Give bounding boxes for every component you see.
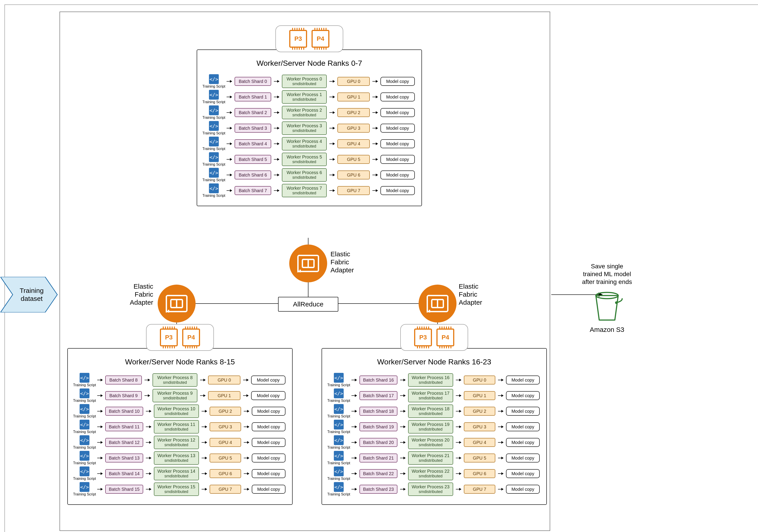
batch-shard: Batch Shard 9: [105, 391, 142, 400]
arrow-icon: [498, 473, 503, 474]
arrow-icon: [244, 489, 249, 489]
model-copy: Model copy: [251, 391, 286, 400]
arrow-icon: [146, 442, 151, 443]
worker-process: Worker Process 0smdistributed: [282, 75, 327, 88]
worker-process: Worker Process 4smdistributed: [282, 137, 327, 150]
training-script-label: Training Script: [73, 399, 96, 403]
pipeline-row: </> Training Script Batch Shard 7 Worker…: [204, 183, 415, 198]
arrow-icon: [400, 395, 405, 396]
arrow-icon: [226, 128, 232, 128]
batch-shard: Batch Shard 18: [360, 407, 397, 416]
gpu: GPU 1: [464, 391, 496, 400]
arrow-icon: [243, 380, 248, 380]
arrow-icon: [226, 190, 232, 191]
training-script-label: Training Script: [327, 383, 350, 387]
gpu: GPU 3: [210, 422, 241, 431]
gpu: GPU 2: [210, 407, 241, 416]
model-copy: Model copy: [252, 469, 286, 478]
arrow-icon: [226, 175, 232, 175]
training-script-label: Training Script: [327, 446, 350, 449]
model-copy: Model copy: [380, 171, 415, 180]
model-copy: Model copy: [380, 124, 415, 133]
training-script: </> Training Script: [329, 451, 349, 465]
training-dataset-label: Training dataset: [15, 286, 44, 303]
arrow-icon: [498, 395, 503, 396]
training-dataset-input: Training dataset: [0, 277, 58, 313]
training-script: </> Training Script: [329, 482, 349, 496]
worker-process: Worker Process 23smdistributed: [408, 482, 453, 496]
arrow-icon: [329, 190, 335, 191]
arrow-icon: [329, 128, 335, 128]
arrow-icon: [97, 427, 103, 427]
code-icon: </>: [80, 373, 89, 383]
model-copy: Model copy: [380, 108, 415, 117]
arrow-icon: [456, 473, 461, 474]
training-script: </> Training Script: [329, 466, 349, 481]
instance-type-badge: P3 P4: [275, 25, 343, 52]
training-script: </> Training Script: [204, 90, 224, 104]
worker-process: Worker Process 12smdistributed: [154, 436, 199, 449]
code-icon: </>: [209, 90, 219, 100]
model-copy: Model copy: [506, 407, 540, 416]
gpu: GPU 0: [337, 77, 370, 86]
model-copy: Model copy: [252, 438, 286, 447]
batch-shard: Batch Shard 1: [235, 92, 271, 101]
training-script-label: Training Script: [73, 492, 96, 496]
worker-process: Worker Process 17smdistributed: [408, 389, 453, 402]
arrow-icon: [145, 380, 150, 380]
training-script-label: Training Script: [73, 414, 96, 418]
pipeline-row: </> Training Script Batch Shard 15 Worke…: [75, 482, 286, 496]
arrow-icon: [372, 159, 378, 160]
gpu: GPU 5: [210, 453, 241, 462]
gpu: GPU 3: [464, 422, 496, 431]
code-icon: </>: [334, 451, 344, 461]
arrow-icon: [202, 489, 207, 489]
training-script: </> Training Script: [75, 373, 94, 387]
code-icon: </>: [80, 435, 89, 445]
training-script: </> Training Script: [204, 168, 224, 182]
node-title: Worker/Server Node Ranks 16-23: [329, 357, 540, 366]
arrow-icon: [400, 489, 405, 489]
arrow-icon: [274, 159, 279, 160]
arrow-icon: [498, 411, 503, 412]
batch-shard: Batch Shard 22: [360, 469, 397, 478]
gpu: GPU 6: [210, 469, 241, 478]
training-script: </> Training Script: [204, 121, 224, 135]
batch-shard: Batch Shard 10: [105, 407, 143, 416]
code-icon: </>: [334, 420, 344, 429]
training-script-label: Training Script: [202, 84, 225, 88]
arrow-icon: [329, 97, 335, 97]
pipeline-row: </> Training Script Batch Shard 4 Worker…: [204, 137, 415, 151]
worker-process: Worker Process 21smdistributed: [408, 451, 453, 465]
gpu: GPU 2: [337, 108, 370, 117]
arrow-icon: [226, 112, 232, 113]
training-script-label: Training Script: [202, 162, 225, 166]
batch-shard: Batch Shard 14: [105, 469, 143, 478]
code-icon: </>: [209, 183, 219, 193]
arrow-icon: [97, 473, 103, 474]
pipeline-row: </> Training Script Batch Shard 3 Worker…: [204, 121, 415, 135]
training-script-label: Training Script: [327, 399, 350, 403]
code-icon: </>: [80, 466, 89, 476]
gpu: GPU 5: [464, 453, 496, 462]
worker-process: Worker Process 3smdistributed: [282, 121, 327, 135]
arrow-icon: [498, 380, 503, 380]
pipeline-row: </> Training Script Batch Shard 10 Worke…: [75, 404, 286, 418]
arrow-icon: [97, 442, 103, 443]
allreduce-box: AllReduce: [278, 297, 338, 312]
svg-point-25: [615, 301, 618, 304]
chip-icon: P4: [182, 328, 200, 346]
model-copy: Model copy: [380, 77, 415, 86]
arrow-icon: [352, 473, 357, 474]
gpu: GPU 1: [208, 391, 240, 400]
training-script: </> Training Script: [204, 183, 224, 198]
arrow-icon: [202, 473, 207, 474]
save-model-text: Save single trained ML model after train…: [576, 262, 638, 286]
pipeline-row: </> Training Script Batch Shard 1 Worker…: [204, 90, 415, 104]
gpu: GPU 7: [464, 485, 496, 494]
batch-shard: Batch Shard 0: [235, 77, 271, 86]
code-icon: </>: [334, 404, 344, 414]
arrow-icon: [202, 427, 207, 427]
gpu: GPU 6: [337, 171, 370, 180]
pipeline-row: </> Training Script Batch Shard 2 Worker…: [204, 105, 415, 120]
